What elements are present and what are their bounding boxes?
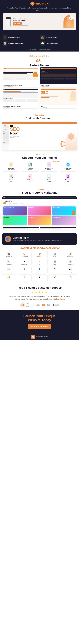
plugin-cf7[interactable]: 📋 ContactForm 7 [40,173,58,183]
demo4-sub-text: Grow Your Business Online [41,94,70,95]
badges-row: P PowerEliteAuthor 1000 5 starRatings 20… [2,302,77,308]
plugin-wpml[interactable]: 🌐 WPML + RTLReady [59,161,77,172]
plugin-revolution[interactable]: 🔄 RevolutionSlider [21,161,39,172]
addon-circle-progress: Circle Progress [17,251,32,258]
demo1-title-line2 [3,73,27,74]
port-tab-strategy[interactable]: Strategy [19,202,24,204]
ebp-panel-item-7[interactable]: Icon [3,140,8,141]
addon-image-grid-label: Image Grid [22,272,27,273]
portfolio-grid: Social Media Campaign Brand Identity Dig… [2,206,77,226]
addon-service-icon: ⚙ [23,275,26,279]
demo1-title-text: We are Digital Agency & Marketing [3,84,38,86]
addon-icon-2: 👤 Icon [32,266,47,274]
ebp-panel-item-4[interactable]: Button [3,133,8,135]
blog-section-label: DIFFERENT [2,189,77,190]
addon-media-player-label: Media Player [67,272,73,273]
demo3-cta [3,94,13,94]
demo4-line-2 [41,96,58,97]
plugin-woo-name: WooCommerceReady [45,168,53,170]
feature-import-icon: 📥 [40,35,45,40]
demo-card-1[interactable]: We are Digital Agency & Marketing Digita… [2,67,39,87]
plugins-section-label: Compatible [2,154,77,156]
ebp-dot-yellow [4,122,5,124]
one-click-desc: Import complete demo in one click or sin… [13,239,63,241]
port-item-4-label: Web Design [3,216,27,218]
demo1-nav-item-2 [35,70,36,70]
addon-icon-2-label: Icon [38,272,40,273]
star-1: ★ [31,290,34,294]
port-tab-all[interactable]: All [3,202,6,204]
demo4-main-area: SEO Grow Your Business Online [41,91,76,101]
addon-image-grid: 🖼 Image Grid [17,266,32,274]
feature-elementor-icon: ⚡ [2,35,7,40]
ebp-panel-item-2[interactable]: Heading [3,128,8,130]
demo1-sub-line [3,74,30,74]
hero-inner: Boost Your Online Presence Today! Get St… [2,13,77,30]
demo1-url-bar [6,68,38,69]
addon-testimonial-label: Testimonial [37,279,42,281]
logo-text: SECINUX [35,2,49,5]
stars-row: ★ ★ ★ ★ ★ [2,290,77,294]
demo2-topbar [41,68,76,69]
one-click-title: One Click Import [13,237,63,239]
feature-update: 🔄 Life Time Free Update [2,41,39,46]
one-click-icon: 🌀 [5,236,11,242]
demo-card-3[interactable]: Build a Powerful Agency Build a Powerful… [2,88,39,108]
plugin-yoast-icon: 🔍 [9,174,13,179]
demo-card-2[interactable]: Digital & Strategy Grow Your Business Di… [40,67,77,87]
badge-ratings-label: 5 starRatings [36,304,40,306]
elementor-section-title: Build with Elementor [2,116,77,120]
demo3-s1 [3,100,14,102]
plugin-elementor[interactable]: ⚡ ElementorPage Builder [2,161,20,172]
demos-grid: We are Digital Agency & Marketing Digita… [0,67,79,111]
port-item-5: SEO Strategy [28,216,51,225]
demo1-hero-text [3,72,33,78]
demo1-orange-line [3,72,21,72]
port-runner-figure [72,210,75,215]
addon-google-maps-label: Google Maps [21,264,27,265]
addon-animated-text: 🎬 Animated Text [2,251,16,258]
plugin-bootstrap[interactable]: 🅱 Bootstrap5X [59,173,77,183]
demo1-stat-2 [15,78,26,80]
addon-quote: 💬 Quote [47,266,62,274]
svg-text:P: P [33,336,34,338]
port-tab-design[interactable]: Design [7,202,12,204]
demo2-card-1 [41,78,52,80]
addon-circle-progress-label: Circle Progress [21,256,28,257]
header-tagline: The perfect WordPress theme for higher r… [2,7,77,12]
port-dot-g [5,197,6,198]
hero-get-started-button[interactable]: Get Started [13,22,22,24]
plugins-row-2: 🔍 YoastSEO 🖋 W3 CustomFont 📋 ContactForm… [2,173,77,183]
plugin-woo[interactable]: SAVE $109 🛒 WooCommerceReady [40,161,58,172]
demo4-cta [41,97,50,98]
footer-cta-btn-wrapper: BUY THEME NOW [2,322,77,329]
badge-sold-num: 20K+ [42,304,47,306]
ebp-panel-item-6[interactable]: Video [3,137,8,139]
feature-support-label: Dedicated Support [46,42,59,44]
addon-google-maps-icon: 🗺 [23,260,26,263]
port-dot-y [4,197,5,198]
plugin-woo-icon: 🛒 [47,162,51,167]
support-link[interactable]: Zozothemes [56,298,65,300]
demo-card-4[interactable]: SEO Grow Your Business Online SEO SEO Ma… [40,88,77,108]
ebp-panel-item-1[interactable]: Inner Sec [3,126,8,128]
demo4-preview: SEO Grow Your Business Online [40,88,77,105]
ebp-panel-item-3[interactable]: Text [3,131,8,132]
ebp-url-bar [8,122,76,124]
one-click-section: 🌀 One Click Import Import complete demo … [0,233,79,245]
plugin-revolution-icon: 🔄 [28,162,32,167]
addon-service-label: Service [23,279,26,281]
plugin-w3[interactable]: 🖋 W3 CustomFont [21,173,39,183]
port-tab-branding[interactable]: Branding [12,202,18,204]
ebp-body: ELEMENTS Inner Sec Heading Text Button I… [2,124,77,150]
badge-power-elite-icon: P [20,302,25,308]
addon-fun-counter-label: Fun Counter [67,264,73,265]
buy-theme-button[interactable]: BUY THEME NOW [28,324,52,329]
addon-flip-box: 🔄 Flip Box [47,251,62,258]
addon-icon-list-icon: 📝 [7,268,11,271]
ebp-panel-item-5[interactable]: Image [3,135,8,137]
addon-image-grid-icon: 🖼 [23,268,26,271]
port-caption-1-line1 [3,227,39,228]
ebp-panel-item-8[interactable]: Divider [3,142,8,144]
plugin-yoast[interactable]: 🔍 YoastSEO [2,173,20,183]
